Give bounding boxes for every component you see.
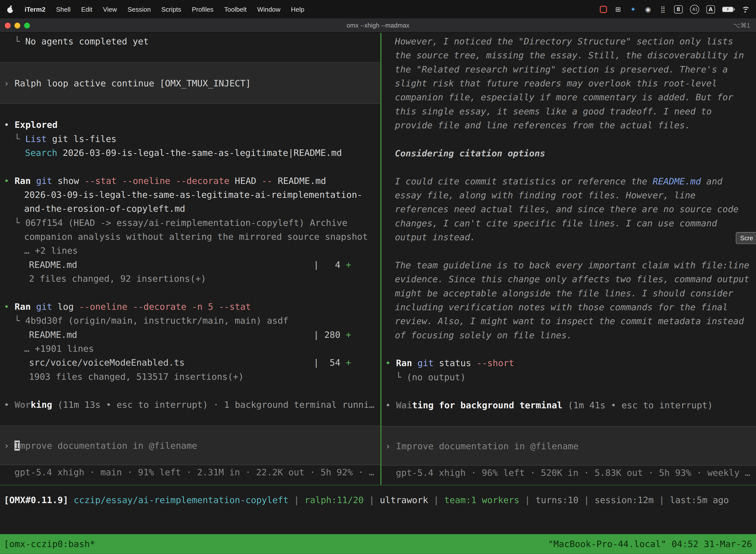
diffstat-summary: 1903 files changed, 513517 insertions(+) [0, 370, 380, 384]
thinking-line: companion file, especially if more comme… [381, 90, 756, 104]
blank-line [381, 384, 756, 398]
left-prompt-text: › Improve documentation in @filename [4, 438, 197, 452]
terminal-content: └ No agents completed yet › Ralph loop a… [0, 33, 756, 485]
menu-scripts[interactable]: Scripts [162, 5, 181, 13]
thinking-line: might be acceptable alongside the file l… [381, 286, 756, 300]
commit-line: └ 067f154 (HEAD -> essay/ai-reimplementa… [0, 216, 380, 230]
commit-line: └ 4b9d30f (origin/main, instructkr/main,… [0, 314, 380, 328]
omx-status-bar: [OMX#0.11.9] cczip/essay/ai-reimplementa… [4, 493, 756, 507]
thinking-line: provide file and line references from th… [381, 118, 756, 132]
right-pane[interactable]: However, I noticed the "Directory Struct… [381, 33, 756, 485]
blank-line [0, 286, 380, 299]
menu-view[interactable]: View [103, 5, 117, 13]
blank-line [381, 244, 756, 258]
working-status-line: • Working (11m 13s • esc to interrupt) ·… [0, 398, 380, 411]
macos-menu-bar: iTerm2 ShellEditViewSessionScriptsProfil… [0, 0, 756, 18]
left-prompt-input[interactable]: › Improve documentation in @filename [0, 426, 380, 465]
explored-header: • Explored [0, 118, 380, 131]
ralph-loop-banner: › Ralph loop active continue [OMX_TMUX_I… [0, 62, 380, 104]
window-title: omx --xhigh --madmax [0, 21, 756, 29]
battery-icon[interactable]: ⚡ [722, 6, 734, 12]
waiting-status-line: • Waiting for background terminal (1m 41… [381, 398, 756, 412]
thinking-line: the source tree, missing the essay. Stil… [381, 48, 756, 62]
thinking-line: review. Also, I might want to inspect th… [381, 314, 756, 328]
ran-git-status-line: • Ran git status --short [381, 356, 756, 370]
essay-filename-line: 2026-03-09-is-legal-the-same-as-legitima… [0, 188, 380, 202]
thinking-heading: Considering citation options [381, 146, 756, 160]
keycap-8-icon[interactable]: 8 [674, 5, 683, 13]
close-button[interactable] [5, 22, 10, 28]
menu-shell[interactable]: Shell [56, 5, 70, 13]
tmux-host-time-label: "MacBook-Pro-44.local" 04:52 31-Mar-26 [548, 539, 752, 549]
ran-git-show-line: • Ran git show --stat --oneline --decora… [0, 174, 380, 188]
badge-61-icon[interactable]: .61 [690, 4, 699, 14]
minimize-button[interactable] [14, 22, 20, 28]
window-title-bar[interactable]: omx --xhigh --madmax ⌥⌘1 [0, 18, 756, 33]
thinking-line: output instead. [381, 230, 756, 244]
blank-line [0, 160, 380, 173]
thinking-line: including verification notes with those … [381, 300, 756, 314]
elided-lines: … +2 lines [0, 244, 380, 258]
window-shortcut-badge: ⌥⌘1 [733, 21, 750, 29]
commit-line: companion analysis without altering the … [0, 230, 380, 243]
thinking-line: evidence. Since this change only affects… [381, 272, 756, 286]
dots-grid-icon[interactable]: ⣿ [659, 5, 667, 13]
menu-bar-status-icons: ⊞✦◉⣿8.61A⚡ [600, 4, 749, 14]
tmux-status-bar: [omx-cczip0:bash* "MacBook-Pro-44.local"… [0, 534, 756, 554]
tool-search-line: Search 2026-03-09-is-legal-the-same-as-l… [0, 146, 380, 160]
zoom-button[interactable] [24, 22, 30, 28]
menu-profiles[interactable]: Profiles [192, 5, 213, 13]
essay-filename-line: and-the-erosion-of-copyleft.md [0, 202, 380, 216]
thinking-line: slight risk that future readers may over… [381, 76, 756, 90]
thinking-line: the "Related research writing" section i… [381, 62, 756, 76]
thinking-line: references need actual files, and since … [381, 202, 756, 216]
input-source-a-icon[interactable]: A [706, 5, 715, 13]
grid-window-icon[interactable]: ⊞ [614, 5, 622, 13]
blank-line [0, 411, 380, 426]
ran-git-log-line: • Ran git log --oneline --decorate -n 5 … [0, 299, 380, 314]
diffstat-line: README.md | 280 + [0, 328, 380, 341]
blank-line [381, 342, 756, 356]
menu-iterm2[interactable]: iTerm2 [24, 5, 45, 13]
blue-app-icon[interactable]: ✦ [629, 5, 637, 13]
thinking-line: The team guideline is to back every impo… [381, 258, 756, 272]
left-model-status: gpt-5.4 xhigh · main · 91% left · 2.31M … [0, 465, 380, 479]
blank-line [0, 104, 380, 118]
blank-line [0, 384, 380, 397]
screen-edge-tooltip[interactable]: Scre [736, 232, 756, 244]
diffstat-line: README.md | 4 + [0, 258, 380, 272]
menu-help[interactable]: Help [291, 5, 304, 13]
screen-recording-stop-icon[interactable] [600, 5, 607, 13]
thinking-line: However, I noticed the "Directory Struct… [381, 34, 756, 48]
apple-logo-icon [7, 5, 14, 13]
no-output-line: └ (no output) [381, 370, 756, 384]
thinking-line: I could cite commit statistics or refere… [381, 174, 756, 188]
blank-line [381, 132, 756, 146]
blank-line [0, 48, 380, 62]
wifi-icon[interactable] [741, 6, 749, 12]
menu-toolbelt[interactable]: Toolbelt [224, 5, 247, 13]
right-prompt-text: › Improve documentation in @filename [385, 439, 578, 453]
menu-session[interactable]: Session [127, 5, 150, 13]
right-prompt-input[interactable]: › Improve documentation in @filename [381, 426, 756, 465]
menu-window[interactable]: Window [257, 5, 280, 13]
thinking-line: this single essay, it seems like a good … [381, 104, 756, 118]
agents-status-line: └ No agents completed yet [0, 34, 380, 48]
blank-line [381, 412, 756, 426]
menu-item-list: ShellEditViewSessionScriptsProfilesToolb… [56, 5, 304, 13]
thinking-line: changes, I can't cite specific file line… [381, 216, 756, 230]
traffic-lights [5, 22, 30, 28]
menu-edit[interactable]: Edit [81, 5, 92, 13]
diffstat-summary: 2 files changed, 92 insertions(+) [0, 272, 380, 285]
desktop: iTerm2 ShellEditViewSessionScriptsProfil… [0, 0, 756, 554]
blank-line [381, 160, 756, 174]
round-app-icon[interactable]: ◉ [644, 5, 652, 13]
diffstat-line: src/voice/voiceModeEnabled.ts | 54 + [0, 356, 380, 370]
thinking-line: essay file, along with finding root file… [381, 188, 756, 202]
elided-lines: … +1901 lines [0, 341, 380, 355]
tmux-session-label: [omx-cczip0:bash* [4, 539, 95, 549]
left-pane[interactable]: └ No agents completed yet › Ralph loop a… [0, 33, 380, 485]
apple-menu[interactable] [7, 5, 14, 13]
thinking-line: of focusing solely on file lines. [381, 328, 756, 342]
tool-list-line: └ List git ls-files [0, 132, 380, 146]
